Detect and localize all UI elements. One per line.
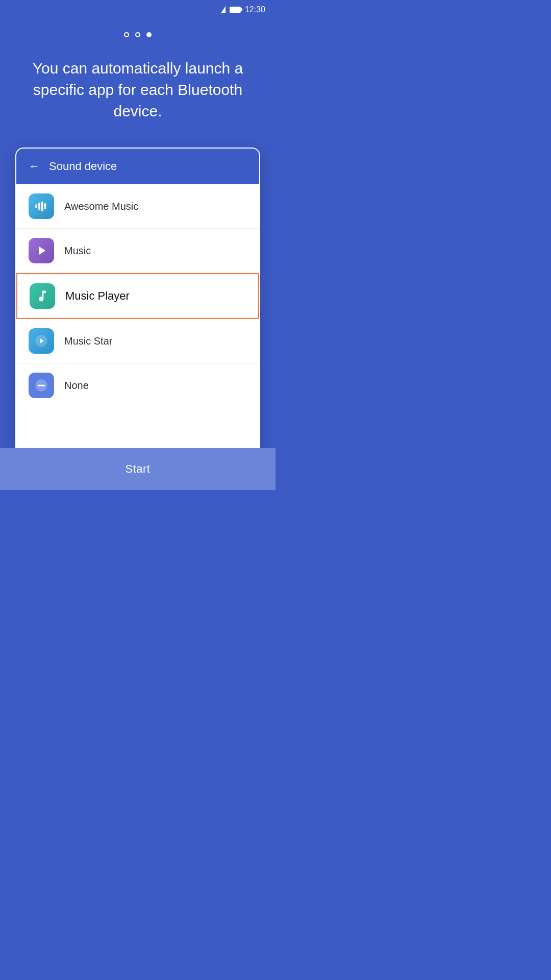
svg-rect-3 [44,203,46,209]
music-label: Music [64,245,91,257]
music-player-icon [30,283,55,309]
page-dot-1 [124,32,129,37]
page-dot-3 [146,32,152,37]
list-item-music-player[interactable]: Music Player [16,273,259,319]
app-list: Awesome Music Music Music Player [16,184,259,407]
svg-marker-4 [39,247,45,255]
back-button[interactable]: ← [29,160,40,173]
list-item-awesome-music[interactable]: Awesome Music [16,184,259,229]
music-star-icon [29,328,54,354]
page-indicators [0,32,276,37]
svg-rect-0 [35,205,37,208]
awesome-music-label: Awesome Music [64,201,138,212]
music-icon [29,238,54,263]
music-player-label: Music Player [65,289,130,303]
card-title: Sound device [49,160,117,173]
time-display: 12:30 [245,5,265,14]
start-button[interactable]: Start [0,448,276,490]
list-item-music-star[interactable]: Music Star [16,319,259,363]
svg-rect-2 [41,202,43,211]
awesome-music-icon [29,193,54,219]
signal-icon [221,6,226,13]
battery-icon [230,7,241,13]
svg-rect-1 [38,203,40,210]
headline-text: You can automatically launch a specific … [0,58,276,122]
card-header: ← Sound device [16,149,259,184]
page-dot-2 [135,32,140,37]
sound-device-card: ← Sound device Awesome Music [15,148,260,459]
svg-rect-8 [38,385,45,386]
music-star-label: Music Star [64,335,112,347]
list-item-none[interactable]: None [16,363,259,407]
list-item-music[interactable]: Music [16,229,259,273]
status-bar: 12:30 [0,0,276,17]
none-icon [29,373,54,398]
none-label: None [64,380,89,391]
